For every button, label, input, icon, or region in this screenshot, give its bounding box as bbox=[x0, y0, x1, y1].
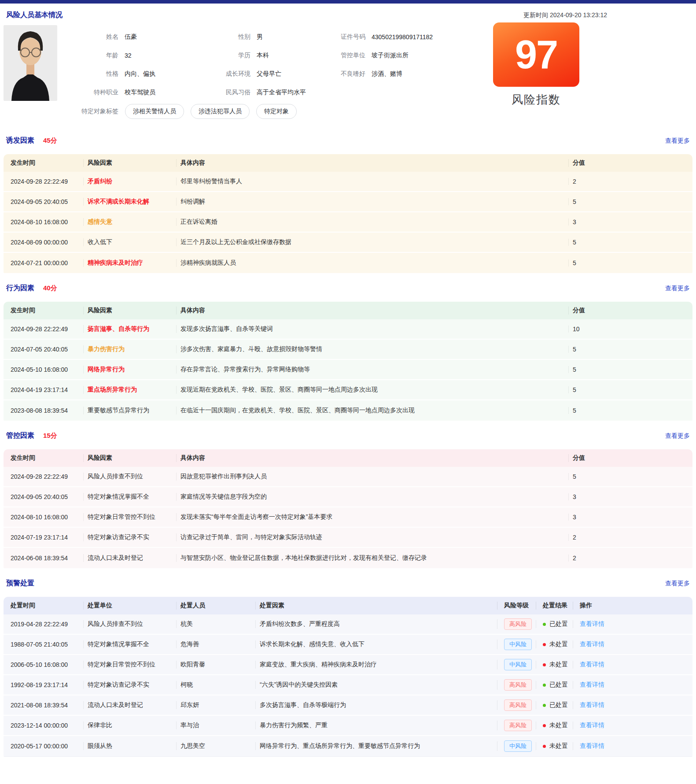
field-value: 校车驾驶员 bbox=[125, 89, 155, 96]
column-header: 具体内容 bbox=[176, 454, 568, 462]
view-detail-link[interactable]: 查看详情 bbox=[580, 681, 604, 688]
section-title: 诱发因素 bbox=[6, 136, 34, 145]
cell-time: 1992-08-19 23:17:14 bbox=[4, 681, 83, 688]
cell-unit: 特定对象情况掌握不全 bbox=[83, 640, 176, 648]
table-row: 2021-08-08 18:39:54流动人口未及时登记邱东妍多次扬言滋事、自杀… bbox=[4, 695, 692, 716]
status-dot-icon bbox=[543, 643, 546, 646]
view-more-link[interactable]: 查看更多 bbox=[665, 580, 690, 588]
cell-risk-factor: 收入低下 bbox=[83, 238, 176, 246]
result-text: 已处置 bbox=[549, 681, 568, 689]
cell-score: 2 bbox=[568, 555, 692, 562]
cell-score: 3 bbox=[568, 514, 692, 521]
field-value: 涉酒、赌博 bbox=[372, 70, 402, 78]
factor-sections: 诱发因素45分查看更多发生时间风险因素具体内容分值2024-09-28 22:2… bbox=[4, 126, 692, 568]
cell-time: 2024-07-05 20:40:05 bbox=[4, 346, 83, 353]
table-row: 2024-08-10 16:08:00感情失意正在诉讼离婚3 bbox=[4, 212, 692, 233]
view-detail-link[interactable]: 查看详情 bbox=[580, 742, 604, 749]
view-detail-link[interactable]: 查看详情 bbox=[580, 661, 604, 668]
view-detail-link[interactable]: 查看详情 bbox=[580, 640, 604, 647]
factor-table: 发生时间风险因素具体内容分值2024-09-28 22:22:49风险人员排查不… bbox=[4, 449, 692, 568]
cell-detail: 正在诉讼离婚 bbox=[176, 218, 568, 226]
cell-detail: 家庭情况等关键信息字段为空的 bbox=[176, 493, 568, 501]
section-title: 预警处置 bbox=[6, 579, 34, 588]
cell-risk-factor: 重点场所异常行为 bbox=[83, 386, 176, 394]
result-status: 已处置 bbox=[543, 701, 573, 709]
result-text: 未处置 bbox=[549, 661, 568, 669]
table-row: 2024-04-19 23:17:14重点场所异常行为发现近期在党政机关、学校、… bbox=[4, 380, 692, 400]
cell-action: 查看详情 bbox=[573, 742, 692, 750]
cell-time: 2024-07-19 23:17:14 bbox=[4, 534, 83, 541]
cell-risk-factor: 矛盾纠纷 bbox=[83, 178, 176, 185]
cell-risk-factor: 特定对象访查记录不实 bbox=[83, 533, 176, 541]
column-header: 处置人员 bbox=[176, 602, 255, 610]
factor-section: 管控因素15分查看更多发生时间风险因素具体内容分值2024-09-28 22:2… bbox=[4, 421, 692, 568]
cell-unit: 特定对象访查记录不实 bbox=[83, 681, 176, 689]
view-more-link[interactable]: 查看更多 bbox=[665, 285, 690, 292]
cell-score: 5 bbox=[568, 386, 692, 393]
cell-result: 未处置 bbox=[536, 721, 573, 729]
section-head: 行为因素40分查看更多 bbox=[4, 273, 692, 302]
cell-unit: 流动人口未及时登记 bbox=[83, 701, 176, 709]
cell-score: 5 bbox=[568, 366, 692, 373]
risk-level-badge: 中风险 bbox=[504, 740, 532, 752]
view-detail-link[interactable]: 查看详情 bbox=[580, 701, 604, 708]
cell-score: 2 bbox=[568, 178, 692, 185]
result-text: 已处置 bbox=[549, 701, 568, 709]
table-row: 2006-05-10 16:08:00特定对象日常管控不到位欧阳青馨家庭变故、重… bbox=[4, 655, 692, 675]
field-label: 成长环境 bbox=[220, 70, 250, 78]
cell-unit: 眼须从热 bbox=[83, 742, 176, 750]
view-more-link[interactable]: 查看更多 bbox=[665, 432, 690, 440]
risk-index-label: 风险指数 bbox=[493, 92, 579, 107]
cell-time: 2021-08-08 18:39:54 bbox=[4, 702, 83, 709]
risk-score-box: 97 bbox=[493, 22, 579, 87]
page-title: 风险人员基本情况 bbox=[6, 11, 63, 20]
person-photo-illustration bbox=[4, 25, 57, 101]
cell-score: 10 bbox=[568, 325, 692, 333]
cell-risk-level: 高风险 bbox=[497, 720, 536, 731]
column-header: 处置时间 bbox=[4, 602, 83, 610]
profile-field-row: 特种职业校车驾驶员 bbox=[81, 83, 220, 102]
field-value: 高于全省平均水平 bbox=[257, 89, 306, 96]
status-dot-icon bbox=[543, 623, 546, 626]
risk-level-badge: 高风险 bbox=[504, 618, 532, 630]
cell-action: 查看详情 bbox=[573, 681, 692, 689]
table-row: 2023-08-08 18:39:54重要敏感节点异常行为在临近十一国庆期间，在… bbox=[4, 400, 692, 421]
cell-risk-factor: 风险人员排查不到位 bbox=[83, 473, 176, 481]
cell-time: 2024-09-28 22:22:49 bbox=[4, 325, 83, 333]
table-row: 2024-07-05 20:40:05暴力伤害行为涉多次伤害、家庭暴力、斗殴、故… bbox=[4, 340, 692, 360]
cell-result: 已处置 bbox=[536, 701, 573, 709]
cell-person: 柯晓 bbox=[176, 681, 255, 689]
cell-risk-factor: 特定对象日常管控不到位 bbox=[83, 513, 176, 521]
risk-level-badge: 高风险 bbox=[504, 720, 532, 731]
cell-action: 查看详情 bbox=[573, 640, 692, 648]
risk-level-badge: 高风险 bbox=[504, 699, 532, 711]
cell-detail: 涉精神疾病就医人员 bbox=[176, 259, 568, 267]
section-title: 管控因素 bbox=[6, 431, 34, 440]
field-label: 民风习俗 bbox=[220, 89, 250, 96]
table-header-row: 处置时间处置单位处置人员处置因素风险等级处置结果操作 bbox=[4, 597, 692, 614]
column-header: 具体内容 bbox=[176, 159, 568, 167]
view-detail-link[interactable]: 查看详情 bbox=[580, 620, 604, 627]
cell-risk-level: 高风险 bbox=[497, 699, 536, 711]
cell-time: 2023-08-08 18:39:54 bbox=[4, 407, 83, 414]
cell-factor: 暴力伤害行为频繁、严重 bbox=[255, 721, 497, 729]
cell-risk-factor: 流动人口未及时登记 bbox=[83, 554, 176, 562]
view-detail-link[interactable]: 查看详情 bbox=[580, 721, 604, 729]
status-dot-icon bbox=[543, 704, 546, 707]
cell-person: 邱东妍 bbox=[176, 701, 255, 709]
cell-detail: 在临近十一国庆期间，在党政机关、学校、医院、景区、商圈等同一地点周边多次出现 bbox=[176, 407, 568, 414]
column-header: 分值 bbox=[568, 454, 692, 462]
cell-time: 2024-08-09 00:00:00 bbox=[4, 239, 83, 246]
profile-fields: 姓名伍豪年龄32性格内向、偏执特种职业校车驾驶员性别男学历本科成长环境父母早亡民… bbox=[81, 25, 486, 119]
top-accent-bar bbox=[0, 0, 696, 4]
cell-risk-factor: 诉求不满或长期未化解 bbox=[83, 198, 176, 206]
view-more-link[interactable]: 查看更多 bbox=[665, 137, 690, 145]
field-value: 内向、偏执 bbox=[125, 70, 155, 78]
tags-label: 特定对象标签 bbox=[81, 107, 118, 115]
cell-unit: 风险人员排查不到位 bbox=[83, 620, 176, 628]
page-container: 风险人员基本情况 更新时间 2024-09-20 13:23:12 姓名伍豪年龄… bbox=[0, 4, 696, 757]
cell-score: 5 bbox=[568, 239, 692, 246]
cell-risk-factor: 感情失意 bbox=[83, 218, 176, 226]
cell-factor: 诉求长期未化解、感情失意、收入低下 bbox=[255, 640, 497, 648]
cell-score: 5 bbox=[568, 198, 692, 205]
